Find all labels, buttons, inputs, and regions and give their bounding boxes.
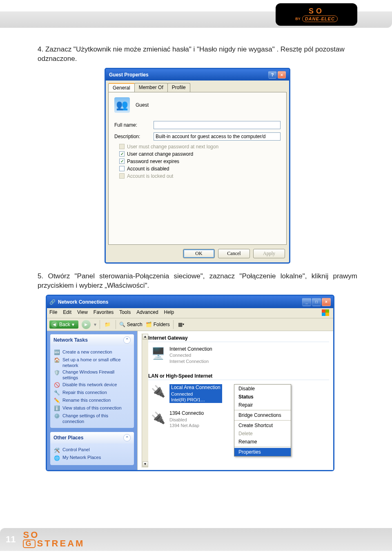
checkbox-account-locked-out: Account is locked out xyxy=(119,173,281,179)
checkbox-account-disabled[interactable]: Account is disabled xyxy=(119,166,281,172)
task-icon: ⚙️ xyxy=(53,413,60,420)
instruction-step-5: 5. Otwórz "Panel sterowania-Połączenia s… xyxy=(38,272,357,291)
scroll-down-icon[interactable]: ▼ xyxy=(143,461,148,467)
tab-general[interactable]: General xyxy=(108,83,135,92)
task-rename-connection[interactable]: ✏️Rename this connection xyxy=(53,398,131,404)
sidebar: Network Tasks ⌃ 🆕Create a new connection… xyxy=(47,331,138,470)
task-icon: 🏠 xyxy=(53,357,60,364)
panel-header[interactable]: Other Places ⌃ xyxy=(50,432,134,443)
checkbox-icon xyxy=(119,144,125,149)
description-label: Description: xyxy=(114,134,154,139)
section-internet-gateway: Internet Gateway xyxy=(148,333,329,342)
full-name-label: Full name: xyxy=(114,122,154,128)
menu-file[interactable]: File xyxy=(49,309,57,317)
menu-help[interactable]: Help xyxy=(164,309,174,317)
connection-status: Disabled xyxy=(169,417,204,423)
folders-button[interactable]: 🗂️ Folders xyxy=(146,322,170,327)
logo-stream: STREAM xyxy=(37,539,85,548)
footer-logo: SO G STREAM xyxy=(23,531,85,548)
tab-member-of[interactable]: Member Of xyxy=(134,83,168,92)
menu-favorites[interactable]: Favorites xyxy=(94,309,114,317)
windows-flag-icon xyxy=(322,309,331,317)
cancel-button[interactable]: Cancel xyxy=(218,249,250,258)
panel-title: Other Places xyxy=(53,435,83,441)
menu-status[interactable]: Status xyxy=(234,393,291,401)
toolbar: ◄ Back ▾ ► ▾ 📁 🔍 Search 🗂️ Folders ▦▾ xyxy=(47,318,333,331)
full-name-input[interactable] xyxy=(154,121,281,129)
connection-type: Intel(R) PRO/1… xyxy=(171,397,220,403)
task-setup-home-network[interactable]: 🏠Set up a home or small office network xyxy=(53,357,131,369)
task-icon: 🔧 xyxy=(53,390,60,396)
task-label: Change Windows Firewall settings xyxy=(62,369,131,381)
views-button[interactable]: ▦▾ xyxy=(177,320,186,329)
menu-bridge[interactable]: Bridge Connections xyxy=(234,411,291,419)
checkbox-label: Password never expires xyxy=(127,159,179,164)
connection-icon: 🖥️ xyxy=(151,346,165,361)
checkbox-icon xyxy=(119,173,125,179)
connection-type: 1394 Net Adap xyxy=(169,423,204,428)
network-tasks-panel: Network Tasks ⌃ 🆕Create a new connection… xyxy=(50,334,134,428)
checkbox-label: User must change password at next logon xyxy=(127,144,218,150)
menu-repair[interactable]: Repair xyxy=(234,401,291,409)
menu-create-shortcut[interactable]: Create Shortcut xyxy=(234,421,291,430)
dialog-titlebar[interactable]: Guest Properties ? × xyxy=(106,69,289,81)
menu-rename[interactable]: Rename xyxy=(234,438,291,446)
connection-name: 1394 Connectio xyxy=(169,410,204,417)
scrollbar[interactable]: ▲ ▼ xyxy=(142,333,148,468)
search-button[interactable]: 🔍 Search xyxy=(119,322,143,327)
close-button[interactable]: × xyxy=(278,71,286,78)
connection-internet[interactable]: 🖥️ Internet Connection Connected Interne… xyxy=(151,346,329,364)
link-label: My Network Places xyxy=(62,455,101,461)
up-button[interactable]: 📁 xyxy=(103,320,112,329)
task-disable-device[interactable]: 🚫Disable this network device xyxy=(53,382,131,389)
description-input[interactable] xyxy=(154,132,281,141)
main-content: ▲ ▼ Internet Gateway 🖥️ Internet Connect… xyxy=(138,331,333,470)
task-repair-connection[interactable]: 🔧Repair this connection xyxy=(53,390,131,396)
task-create-new-connection[interactable]: 🆕Create a new connection xyxy=(53,349,131,356)
logo-so: SO xyxy=(309,7,324,16)
forward-button[interactable]: ► xyxy=(82,320,91,329)
instruction-step-4: 4. Zaznacz "Użytkownik nie może zmieniać… xyxy=(38,45,357,64)
menu-properties[interactable]: Properties xyxy=(234,448,291,456)
menu-advanced[interactable]: Advanced xyxy=(136,309,158,317)
ok-button[interactable]: OK xyxy=(183,249,215,258)
close-button[interactable]: × xyxy=(322,298,331,306)
task-label: Change settings of this connection xyxy=(62,413,131,425)
dropdown-icon[interactable]: ▾ xyxy=(94,322,96,327)
checkbox-icon: ✓ xyxy=(119,151,125,157)
maximize-button[interactable]: □ xyxy=(312,298,321,306)
help-button[interactable]: ? xyxy=(268,71,276,78)
checkbox-password-never-expires[interactable]: ✓ Password never expires xyxy=(119,159,281,164)
link-my-network-places[interactable]: 🌐My Network Places xyxy=(53,455,131,461)
dropdown-icon: ▾ xyxy=(72,322,74,327)
panel-header[interactable]: Network Tasks ⌃ xyxy=(50,334,134,346)
search-label: Search xyxy=(127,322,143,327)
menu-edit[interactable]: Edit xyxy=(63,309,71,317)
minimize-button[interactable]: _ xyxy=(302,298,311,306)
scroll-up-icon[interactable]: ▲ xyxy=(143,334,148,340)
back-button[interactable]: ◄ Back ▾ xyxy=(49,320,78,329)
back-arrow-icon: ◄ xyxy=(51,321,58,328)
menu-view[interactable]: View xyxy=(77,309,88,317)
connection-icon: 🔌 xyxy=(151,384,165,399)
checkbox-icon xyxy=(119,166,125,171)
logo-by: BY xyxy=(295,17,301,21)
header-logo: SO BY DANE-ELEC xyxy=(276,3,357,26)
menu-tools[interactable]: Tools xyxy=(119,309,131,317)
link-label: Control Panel xyxy=(62,447,90,453)
window-titlebar[interactable]: 🔗 Network Connections _ □ × xyxy=(47,296,333,308)
checkbox-label: User cannot change password xyxy=(127,151,193,157)
section-lan: LAN or High-Speed Internet xyxy=(148,371,329,380)
chevron-up-icon: ⌃ xyxy=(123,434,131,441)
menu-disable[interactable]: Disable xyxy=(234,385,291,393)
link-control-panel[interactable]: 🛠️Control Panel xyxy=(53,447,131,454)
menu-bar: File Edit View Favorites Tools Advanced … xyxy=(47,308,333,318)
folders-icon: 🗂️ xyxy=(146,322,152,327)
task-view-status[interactable]: ℹ️View status of this connection xyxy=(53,405,131,412)
connection-type: Internet Connection xyxy=(169,358,212,364)
task-change-firewall[interactable]: 🛡️Change Windows Firewall settings xyxy=(53,369,131,381)
task-change-settings[interactable]: ⚙️Change settings of this connection xyxy=(53,413,131,425)
tab-profile[interactable]: Profile xyxy=(167,83,190,92)
checkbox-cannot-change-password[interactable]: ✓ User cannot change password xyxy=(119,151,281,157)
context-menu: Disable Status Repair Bridge Connections… xyxy=(234,384,291,457)
